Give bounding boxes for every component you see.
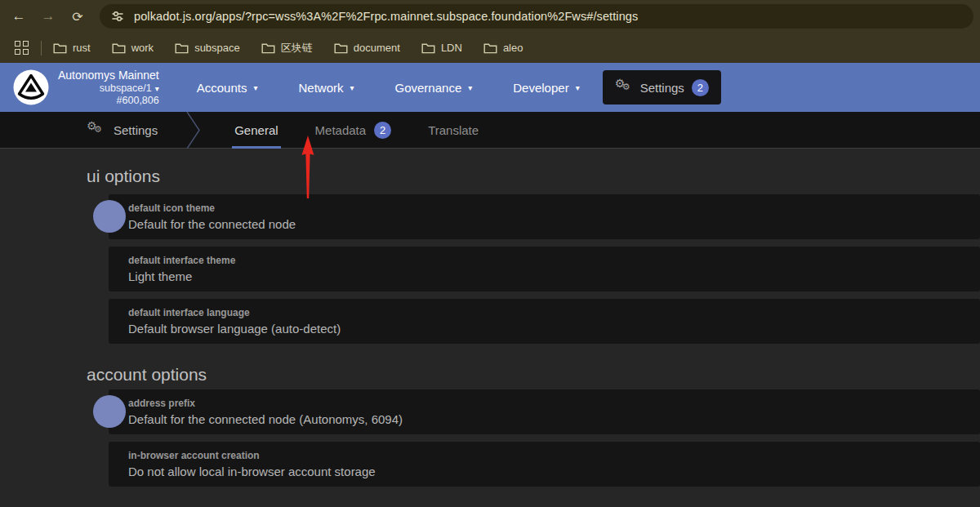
nav-governance[interactable]: Governance ▾ — [395, 81, 473, 95]
settings-content: ui options default icon theme Default fo… — [0, 149, 980, 507]
section-title-account-options: account options — [87, 363, 980, 386]
folder-icon — [112, 42, 126, 54]
main-nav: Accounts ▾ Network ▾ Governance ▾ Develo… — [197, 81, 580, 95]
chevron-down-icon: ▾ — [155, 82, 159, 95]
setting-row-account-creation[interactable]: in-browser account creation Do not allow… — [109, 442, 980, 487]
gears-icon: ⚙⚙ — [615, 79, 633, 96]
setting-value: Default for the connected node (Autonomy… — [128, 410, 980, 429]
setting-label: in-browser account creation — [128, 449, 980, 462]
settings-tab-bar: ⚙⚙ Settings General Metadata 2 Translate — [0, 112, 980, 149]
chevron-divider — [185, 112, 203, 149]
folder-icon — [53, 42, 67, 54]
bookmark-folder-rust[interactable]: rust — [53, 42, 91, 54]
setting-row-interface-language[interactable]: default interface language Default brows… — [109, 299, 980, 344]
chevron-down-icon: ▾ — [350, 83, 354, 92]
bookmark-folder-blockchain[interactable]: 区块链 — [261, 41, 313, 56]
chain-info[interactable]: Autonomys Mainnet subspace/1 ▾ #600,806 — [58, 69, 159, 107]
folder-icon — [175, 42, 189, 54]
bookmark-folder-ldn[interactable]: LDN — [421, 42, 462, 54]
setting-label: default interface language — [128, 306, 980, 319]
reload-icon[interactable]: ⟳ — [65, 9, 90, 24]
block-number: #600,806 — [117, 95, 159, 107]
ui-options-rows: default icon theme Default for the conne… — [109, 194, 980, 344]
nav-developer[interactable]: Developer ▾ — [513, 81, 579, 95]
chain-name: Autonomys Mainnet — [58, 69, 159, 82]
nav-network[interactable]: Network ▾ — [298, 81, 354, 95]
setting-row-interface-theme[interactable]: default interface theme Light theme — [109, 247, 980, 291]
setting-value: Default browser language (auto-detect) — [128, 319, 980, 339]
bookmarks-bar: rust work subspace 区块链 document LDN aleo — [0, 33, 980, 63]
bookmark-folder-work[interactable]: work — [112, 42, 154, 54]
tab-general[interactable]: General — [234, 112, 278, 149]
bookmark-folder-aleo[interactable]: aleo — [483, 42, 523, 54]
tab-metadata[interactable]: Metadata 2 — [315, 112, 392, 149]
setting-label: default icon theme — [128, 202, 980, 215]
gears-icon: ⚙⚙ — [87, 122, 105, 138]
account-options-rows: address prefix Default for the connected… — [109, 389, 980, 487]
autonomys-logo-icon[interactable] — [13, 69, 49, 105]
setting-value: Do not allow local in-browser account st… — [128, 462, 980, 482]
folder-icon — [483, 42, 497, 54]
nav-settings-button[interactable]: ⚙⚙ Settings 2 — [603, 70, 721, 105]
settings-badge: 2 — [692, 79, 709, 96]
setting-value: Default for the connected node — [128, 215, 980, 234]
folder-icon — [334, 42, 348, 54]
chevron-down-icon: ▾ — [576, 83, 580, 92]
bookmarks-divider — [41, 41, 42, 56]
setting-label: address prefix — [128, 397, 980, 410]
setting-label: default interface theme — [128, 254, 980, 267]
folder-icon — [421, 42, 435, 54]
browser-window: ← → ⟳ polkadot.js.org/apps/?rpc=wss%3A%2… — [0, 0, 980, 507]
section-title-ui-options: ui options — [87, 165, 980, 188]
metadata-badge: 2 — [374, 122, 391, 139]
chevron-down-icon: ▾ — [468, 83, 472, 92]
nav-accounts[interactable]: Accounts ▾ — [197, 81, 258, 95]
setting-row-address-prefix[interactable]: address prefix Default for the connected… — [109, 389, 980, 434]
setting-row-icon-theme[interactable]: default icon theme Default for the conne… — [109, 194, 980, 239]
tab-translate[interactable]: Translate — [428, 112, 479, 149]
setting-value: Light theme — [128, 267, 980, 287]
browser-toolbar: ← → ⟳ polkadot.js.org/apps/?rpc=wss%3A%2… — [0, 0, 980, 33]
site-settings-icon[interactable] — [111, 10, 124, 23]
bookmark-folder-subspace[interactable]: subspace — [175, 42, 240, 54]
folder-icon — [261, 42, 275, 54]
forward-icon[interactable]: → — [36, 8, 60, 24]
active-tab-underline — [232, 146, 280, 149]
bookmark-folder-document[interactable]: document — [334, 42, 400, 54]
back-icon[interactable]: ← — [7, 8, 31, 24]
apps-grid-icon[interactable] — [15, 41, 29, 55]
chevron-down-icon: ▾ — [253, 83, 257, 92]
node-dot-icon — [93, 200, 126, 233]
red-arrow-annotation — [298, 135, 318, 200]
section-indicator: ⚙⚙ Settings — [87, 122, 158, 138]
chain-runtime[interactable]: subspace/1 ▾ — [100, 82, 159, 95]
app-header: Autonomys Mainnet subspace/1 ▾ #600,806 … — [0, 63, 980, 112]
tabs: General Metadata 2 Translate — [234, 112, 479, 149]
address-bar[interactable]: polkadot.js.org/apps/?rpc=wss%3A%2F%2Frp… — [100, 4, 973, 29]
url-text: polkadot.js.org/apps/?rpc=wss%3A%2F%2Frp… — [134, 10, 638, 23]
node-dot-icon — [93, 395, 126, 428]
